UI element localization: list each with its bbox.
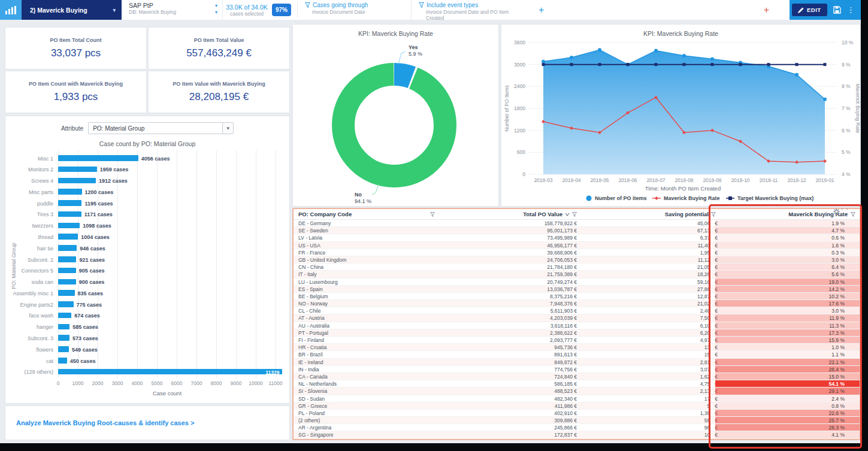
cell-saving-potential: 45,06€: [697, 220, 718, 227]
table-row[interactable]: CL - Chile5,611,903 €2,48€3.0 %: [294, 307, 860, 314]
kpi-label: PO Item Total Value: [194, 37, 244, 43]
bar[interactable]: [58, 178, 96, 184]
table-row[interactable]: LV - Latvia73,495,989 €6,37€0.6 %: [294, 234, 860, 241]
more-options-button[interactable]: ⋮: [847, 5, 855, 14]
gridline: [256, 150, 256, 378]
cell-total-po-value: 39,668,906 €: [547, 249, 577, 256]
bar[interactable]: [58, 279, 76, 285]
table-row[interactable]: CN - China21,784,180 €21,05€6.4 %: [294, 264, 860, 271]
bar-chart-logo-icon: [5, 6, 16, 14]
save-button[interactable]: [833, 6, 841, 14]
table-row[interactable]: SD - Sudan482,340 €17€2.4 %: [294, 395, 860, 402]
analysis-selector[interactable]: 2) Maverick Buying ▾: [22, 0, 122, 20]
bar[interactable]: [58, 256, 76, 262]
edit-button[interactable]: EDIT: [792, 4, 827, 16]
svg-text:3600: 3600: [514, 40, 525, 46]
table-row[interactable]: IE - Ireland849,872 €2,81€22.1 %: [294, 359, 860, 366]
table-row[interactable]: AR - Argentina245,866 €96€26.3 %: [294, 424, 860, 431]
table-row[interactable]: NO - Norway7,948,376 €21,02€17.6 %: [294, 300, 860, 307]
bar-value-label: 1195 cases: [84, 201, 113, 207]
bar[interactable]: [58, 234, 78, 240]
column-header-saving-potential[interactable]: Saving potential: [665, 211, 716, 217]
table-row[interactable]: ES - Spain13,036,787 €27,86€14.2 %: [294, 286, 860, 293]
gridline: [137, 150, 138, 378]
table-row[interactable]: BR - Brazil891,613 €15€1.1 %: [294, 351, 860, 358]
table-row[interactable]: FI - Finland2,093,777 €4,97€15.9 %: [294, 337, 860, 344]
table-row[interactable]: PL - Poland402,910 €1,36€22.6 %: [294, 410, 860, 417]
filter-funnel-icon[interactable]: [430, 211, 435, 218]
add-filter-button[interactable]: +: [530, 5, 552, 16]
cell-company-code: CN - China: [298, 264, 323, 271]
cell-maverick-buying-rate: 4.7 %: [831, 227, 845, 234]
table-row[interactable]: US - USA46,956,177 €11,40€1.6 %: [294, 242, 860, 249]
table-row[interactable]: GR - Greece411,986 €5€0.8 %: [294, 402, 860, 410]
table-row[interactable]: SG - Singapore172,837 €10€4.1 %: [294, 431, 860, 438]
donut-slice-no[interactable]: [343, 74, 445, 176]
cell-company-code: AR - Argentina: [298, 424, 331, 431]
cell-company-code: FR - France: [298, 249, 325, 256]
datamodel-selector[interactable]: SAP PtP ▾ DB: Maverick Buying ▾: [122, 0, 223, 20]
bar-value-label: 549 cases: [72, 347, 98, 353]
maverick-rate-trend-panel: KPI: Maverick Buying Rate 06001200180024…: [501, 24, 861, 207]
legend-rate-marker: [655, 196, 658, 200]
table-row[interactable]: HR - Croatia945,736 €13€1.0 %: [294, 344, 860, 351]
analyze-root-causes-link[interactable]: Analyze Maverick Buying Root-causes & id…: [5, 419, 194, 426]
table-row[interactable]: BE - Belgium8,375,216 €12,87€10.2 %: [294, 293, 860, 300]
table-row[interactable]: AT - Austria4,203,039 €7,50€11.9 %: [294, 314, 860, 322]
app-logo[interactable]: [0, 0, 22, 20]
kpi-value: 28,208,195 €: [189, 91, 249, 103]
bar[interactable]: [58, 369, 282, 375]
gridline: [236, 150, 237, 378]
bar[interactable]: [58, 211, 81, 217]
cell-saving-potential: 11,40€: [698, 242, 718, 249]
bar[interactable]: [58, 313, 71, 319]
company-code-table-panel: PO: Company Code Total PO Value Saving p…: [292, 208, 861, 440]
kpi-label: PO Item Count with Maverick Buying: [29, 81, 123, 87]
table-row[interactable]: PT - Portugal2,388,622 €6,20€17.3 %: [294, 329, 860, 337]
bar[interactable]: [58, 200, 81, 206]
bar[interactable]: [58, 189, 82, 195]
table-row[interactable]: SE - Sweden95,001,173 €67,13€4.7 %: [294, 227, 860, 234]
table-row[interactable]: NL - Netherlands586,185 €4,75€54.1 %: [294, 380, 860, 388]
bar[interactable]: [58, 155, 138, 161]
filter-chip-cases-going-through[interactable]: Cases going through Invoice Document Dat…: [298, 0, 412, 20]
table-row[interactable]: CA - Canada724,840 €1,62€15.0 %: [294, 373, 860, 380]
cell-maverick-buying-rate: 3.0 %: [831, 307, 845, 314]
table-row[interactable]: AU - Australia3,618,116 €6,10€11.3 %: [294, 322, 860, 329]
cell-maverick-buying-rate: 2.4 %: [831, 395, 845, 402]
bar[interactable]: [58, 167, 97, 172]
selection-bracket-icon: [842, 208, 848, 214]
column-header-company-code[interactable]: PO: Company Code: [298, 211, 352, 217]
cell-maverick-buying-rate: 15.0 %: [829, 373, 845, 380]
bar[interactable]: [58, 324, 69, 330]
table-row[interactable]: (2 others)309,886 €58€25.7 %: [294, 417, 860, 424]
cell-company-code: BR - Brazil: [298, 351, 323, 358]
table-row[interactable]: LU - Luxembourg20,749,274 €59,16€19.0 %: [294, 279, 860, 286]
dashboard-app: 2) Maverick Buying ▾ SAP PtP ▾ DB: Maver…: [0, 0, 861, 443]
cases-percentage-badge[interactable]: 97%: [272, 4, 291, 16]
svg-text:2018-03: 2018-03: [534, 177, 552, 183]
bar[interactable]: [58, 301, 74, 307]
bar[interactable]: [58, 245, 77, 251]
table-row[interactable]: SI - Slovenia488,523 €2,13€29.1 %: [294, 388, 860, 395]
bar[interactable]: [58, 223, 80, 229]
table-row[interactable]: IN - India774,756 €3,07€26.4 %: [294, 366, 860, 373]
column-header-total-po-value[interactable]: Total PO Value: [523, 211, 577, 217]
svg-text:2018-04: 2018-04: [562, 177, 580, 183]
table-row[interactable]: GB - United Kingdom24,706,053 €11,12€3.0…: [294, 256, 860, 264]
table-row[interactable]: IT - Italy21,759,389 €18,26€5.6 %: [294, 271, 860, 278]
bar[interactable]: [58, 358, 67, 364]
cell-maverick-buying-rate: 14.2 %: [829, 286, 845, 293]
add-sheet-button[interactable]: +: [764, 5, 769, 16]
kpi-label: PO Item Total Count: [50, 37, 102, 43]
bar[interactable]: [58, 346, 69, 352]
bar[interactable]: [58, 268, 76, 274]
column-label: Saving potential: [665, 211, 709, 217]
po-items-area[interactable]: [543, 50, 825, 174]
filter-chip-include-event-types[interactable]: Include event types Invoice Document Dat…: [412, 0, 530, 20]
table-row[interactable]: DE - Germany158,778,922 €45,06€1.9 %: [294, 220, 860, 227]
table-row[interactable]: FR - France39,668,906 €1,95€0.3 %: [294, 249, 860, 256]
bar[interactable]: [58, 290, 75, 296]
bar[interactable]: [58, 335, 69, 341]
cell-maverick-buying-rate: 26.4 %: [829, 366, 845, 373]
